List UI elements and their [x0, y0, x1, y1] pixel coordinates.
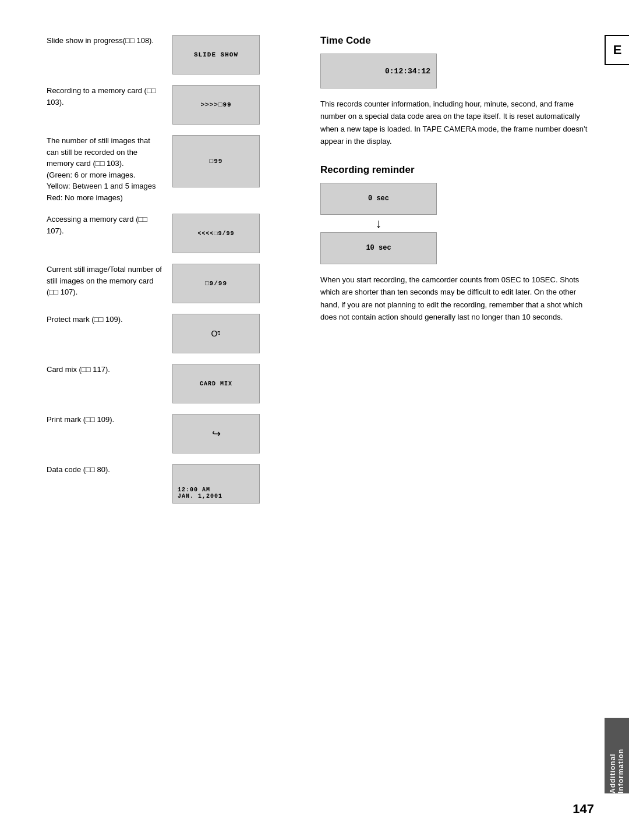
list-item: Recording to a memory card (□□ 103). >>>… [47, 85, 297, 125]
timecode-value: 0:12:34:12 [385, 67, 430, 76]
list-item: Accessing a memory card (□□ 107). <<<<□9… [47, 214, 297, 253]
item-description: Card mix (□□ 117). [47, 364, 163, 375]
list-item: Current still image/Total number of stil… [47, 264, 297, 303]
protect-symbol: Oᵑ [211, 329, 221, 338]
left-column: Slide show in progress(□□ 108). SLIDE SH… [47, 35, 297, 514]
lcd-display-recording: >>>>□99 [172, 85, 260, 125]
lcd-display-slideshow: SLIDE SHOW [172, 35, 260, 75]
recording-reminder-title: Recording reminder [320, 164, 594, 176]
lcd-text: CARD MIX [200, 381, 232, 387]
lcd-display-protect: Oᵑ [172, 314, 260, 353]
lcd-text: □99 [210, 158, 223, 165]
list-item: Print mark (□□ 109). ↪ [47, 414, 297, 453]
additional-info-label: Additional Information [609, 718, 625, 793]
time-code-description: This records counter information, includ… [320, 98, 594, 148]
reminder-text-top: 0 sec [368, 194, 389, 203]
arrow-down-icon: ↓ [376, 217, 382, 230]
page: E Additional Information 147 Slide show … [0, 0, 629, 840]
item-description: Print mark (□□ 109). [47, 414, 163, 426]
lcd-display-datacode: 12:00 AM JAN. 1,2001 [172, 464, 260, 504]
time-code-section: Time Code 0:12:34:12 This records counte… [320, 35, 594, 148]
item-description: Current still image/Total number of stil… [47, 264, 163, 298]
right-column: Time Code 0:12:34:12 This records counte… [320, 35, 594, 514]
list-item: Card mix (□□ 117). CARD MIX [47, 364, 297, 403]
item-description: Accessing a memory card (□□ 107). [47, 214, 163, 236]
list-item: Protect mark (□□ 109). Oᵑ [47, 314, 297, 353]
item-description: Data code (□□ 80). [47, 464, 163, 476]
time-code-title: Time Code [320, 35, 594, 47]
main-content: Slide show in progress(□□ 108). SLIDE SH… [47, 35, 594, 514]
e-tab-label: E [613, 42, 622, 58]
lcd-display-printmark: ↪ [172, 414, 260, 453]
lcd-text-date: JAN. 1,2001 [178, 493, 222, 499]
recording-reminder-section: Recording reminder 0 sec ↓ 10 sec When y… [320, 164, 594, 324]
reminder-display: 0 sec ↓ 10 sec [320, 183, 437, 264]
item-description: The number of still images that can stil… [47, 135, 163, 203]
list-item: The number of still images that can stil… [47, 135, 297, 203]
recording-reminder-description: When you start recording, the camcorder … [320, 274, 594, 324]
lcd-text: >>>>□99 [200, 101, 231, 108]
e-tab: E [605, 35, 629, 65]
reminder-box-bottom: 10 sec [320, 232, 437, 264]
list-item: Slide show in progress(□□ 108). SLIDE SH… [47, 35, 297, 75]
lcd-text: <<<<□9/99 [197, 231, 234, 237]
page-number: 147 [573, 802, 594, 817]
lcd-text: □9/99 [205, 280, 227, 287]
item-description: Protect mark (□□ 109). [47, 314, 163, 325]
lcd-text: SLIDE SHOW [194, 51, 238, 58]
print-mark-symbol: ↪ [212, 427, 221, 440]
reminder-box-top: 0 sec [320, 183, 437, 215]
reminder-text-bottom: 10 sec [366, 244, 391, 252]
lcd-display-accessing: <<<<□9/99 [172, 214, 260, 253]
item-description: Slide show in progress(□□ 108). [47, 35, 163, 47]
lcd-display-still-count: □99 [172, 135, 260, 187]
lcd-text-time: 12:00 AM [178, 487, 210, 493]
timecode-display: 0:12:34:12 [320, 54, 437, 88]
item-description: Recording to a memory card (□□ 103). [47, 85, 163, 108]
additional-info-tab: Additional Information [605, 718, 629, 793]
list-item: Data code (□□ 80). 12:00 AM JAN. 1,2001 [47, 464, 297, 504]
lcd-display-current-total: □9/99 [172, 264, 260, 303]
lcd-display-cardmix: CARD MIX [172, 364, 260, 403]
